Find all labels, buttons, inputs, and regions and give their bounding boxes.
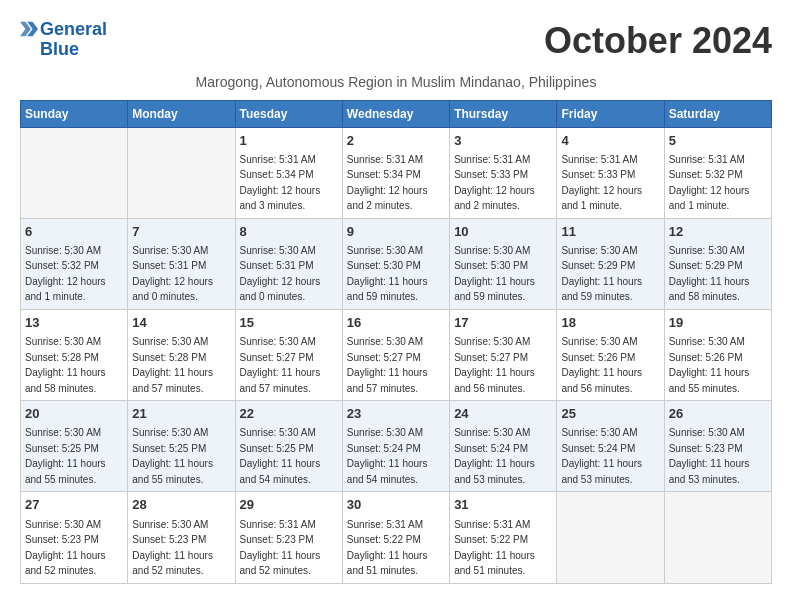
day-number: 6	[25, 223, 123, 241]
calendar-cell: 9Sunrise: 5:30 AM Sunset: 5:30 PM Daylig…	[342, 218, 449, 309]
calendar-cell: 26Sunrise: 5:30 AM Sunset: 5:23 PM Dayli…	[664, 401, 771, 492]
day-info: Sunrise: 5:31 AM Sunset: 5:34 PM Dayligh…	[347, 154, 428, 212]
logo-line2: Blue	[40, 40, 107, 60]
day-number: 10	[454, 223, 552, 241]
calendar-cell: 6Sunrise: 5:30 AM Sunset: 5:32 PM Daylig…	[21, 218, 128, 309]
week-row-2: 6Sunrise: 5:30 AM Sunset: 5:32 PM Daylig…	[21, 218, 772, 309]
day-number: 5	[669, 132, 767, 150]
day-number: 15	[240, 314, 338, 332]
day-info: Sunrise: 5:30 AM Sunset: 5:24 PM Dayligh…	[347, 427, 428, 485]
calendar-cell: 30Sunrise: 5:31 AM Sunset: 5:22 PM Dayli…	[342, 492, 449, 583]
day-info: Sunrise: 5:31 AM Sunset: 5:23 PM Dayligh…	[240, 519, 321, 577]
calendar-cell: 24Sunrise: 5:30 AM Sunset: 5:24 PM Dayli…	[450, 401, 557, 492]
day-info: Sunrise: 5:30 AM Sunset: 5:23 PM Dayligh…	[132, 519, 213, 577]
day-number: 1	[240, 132, 338, 150]
day-number: 24	[454, 405, 552, 423]
logo-line1: General	[40, 20, 107, 40]
day-number: 23	[347, 405, 445, 423]
calendar-cell	[557, 492, 664, 583]
week-row-5: 27Sunrise: 5:30 AM Sunset: 5:23 PM Dayli…	[21, 492, 772, 583]
calendar-cell	[128, 127, 235, 218]
day-info: Sunrise: 5:31 AM Sunset: 5:32 PM Dayligh…	[669, 154, 750, 212]
logo-text: General Blue	[40, 20, 107, 60]
header-tuesday: Tuesday	[235, 100, 342, 127]
header-thursday: Thursday	[450, 100, 557, 127]
day-number: 16	[347, 314, 445, 332]
calendar-cell: 4Sunrise: 5:31 AM Sunset: 5:33 PM Daylig…	[557, 127, 664, 218]
calendar-cell: 10Sunrise: 5:30 AM Sunset: 5:30 PM Dayli…	[450, 218, 557, 309]
calendar-cell: 22Sunrise: 5:30 AM Sunset: 5:25 PM Dayli…	[235, 401, 342, 492]
day-number: 14	[132, 314, 230, 332]
calendar-cell: 14Sunrise: 5:30 AM Sunset: 5:28 PM Dayli…	[128, 309, 235, 400]
day-info: Sunrise: 5:31 AM Sunset: 5:33 PM Dayligh…	[454, 154, 535, 212]
day-info: Sunrise: 5:30 AM Sunset: 5:24 PM Dayligh…	[454, 427, 535, 485]
day-info: Sunrise: 5:30 AM Sunset: 5:23 PM Dayligh…	[669, 427, 750, 485]
week-row-1: 1Sunrise: 5:31 AM Sunset: 5:34 PM Daylig…	[21, 127, 772, 218]
calendar-cell: 17Sunrise: 5:30 AM Sunset: 5:27 PM Dayli…	[450, 309, 557, 400]
week-row-3: 13Sunrise: 5:30 AM Sunset: 5:28 PM Dayli…	[21, 309, 772, 400]
header-sunday: Sunday	[21, 100, 128, 127]
day-number: 25	[561, 405, 659, 423]
day-info: Sunrise: 5:30 AM Sunset: 5:29 PM Dayligh…	[561, 245, 642, 303]
day-number: 4	[561, 132, 659, 150]
calendar-cell: 19Sunrise: 5:30 AM Sunset: 5:26 PM Dayli…	[664, 309, 771, 400]
calendar-cell: 2Sunrise: 5:31 AM Sunset: 5:34 PM Daylig…	[342, 127, 449, 218]
day-info: Sunrise: 5:30 AM Sunset: 5:27 PM Dayligh…	[240, 336, 321, 394]
calendar-cell: 25Sunrise: 5:30 AM Sunset: 5:24 PM Dayli…	[557, 401, 664, 492]
day-info: Sunrise: 5:31 AM Sunset: 5:22 PM Dayligh…	[347, 519, 428, 577]
header-row: Sunday Monday Tuesday Wednesday Thursday…	[21, 100, 772, 127]
day-number: 11	[561, 223, 659, 241]
calendar-cell: 3Sunrise: 5:31 AM Sunset: 5:33 PM Daylig…	[450, 127, 557, 218]
calendar-cell: 20Sunrise: 5:30 AM Sunset: 5:25 PM Dayli…	[21, 401, 128, 492]
header-saturday: Saturday	[664, 100, 771, 127]
day-number: 13	[25, 314, 123, 332]
day-info: Sunrise: 5:30 AM Sunset: 5:24 PM Dayligh…	[561, 427, 642, 485]
day-info: Sunrise: 5:31 AM Sunset: 5:33 PM Dayligh…	[561, 154, 642, 212]
day-number: 19	[669, 314, 767, 332]
header-wednesday: Wednesday	[342, 100, 449, 127]
day-number: 21	[132, 405, 230, 423]
day-info: Sunrise: 5:30 AM Sunset: 5:32 PM Dayligh…	[25, 245, 106, 303]
day-number: 28	[132, 496, 230, 514]
calendar-cell: 28Sunrise: 5:30 AM Sunset: 5:23 PM Dayli…	[128, 492, 235, 583]
calendar-cell	[21, 127, 128, 218]
day-number: 18	[561, 314, 659, 332]
day-info: Sunrise: 5:30 AM Sunset: 5:27 PM Dayligh…	[454, 336, 535, 394]
calendar-cell: 15Sunrise: 5:30 AM Sunset: 5:27 PM Dayli…	[235, 309, 342, 400]
day-number: 2	[347, 132, 445, 150]
day-info: Sunrise: 5:31 AM Sunset: 5:22 PM Dayligh…	[454, 519, 535, 577]
calendar-cell: 16Sunrise: 5:30 AM Sunset: 5:27 PM Dayli…	[342, 309, 449, 400]
calendar-cell: 8Sunrise: 5:30 AM Sunset: 5:31 PM Daylig…	[235, 218, 342, 309]
day-info: Sunrise: 5:30 AM Sunset: 5:26 PM Dayligh…	[561, 336, 642, 394]
day-number: 3	[454, 132, 552, 150]
calendar-cell: 12Sunrise: 5:30 AM Sunset: 5:29 PM Dayli…	[664, 218, 771, 309]
day-number: 26	[669, 405, 767, 423]
day-info: Sunrise: 5:30 AM Sunset: 5:25 PM Dayligh…	[132, 427, 213, 485]
calendar-cell: 18Sunrise: 5:30 AM Sunset: 5:26 PM Dayli…	[557, 309, 664, 400]
calendar-cell: 5Sunrise: 5:31 AM Sunset: 5:32 PM Daylig…	[664, 127, 771, 218]
day-info: Sunrise: 5:30 AM Sunset: 5:26 PM Dayligh…	[669, 336, 750, 394]
day-info: Sunrise: 5:30 AM Sunset: 5:30 PM Dayligh…	[347, 245, 428, 303]
calendar-cell: 11Sunrise: 5:30 AM Sunset: 5:29 PM Dayli…	[557, 218, 664, 309]
month-title: October 2024	[544, 20, 772, 62]
calendar-cell: 27Sunrise: 5:30 AM Sunset: 5:23 PM Dayli…	[21, 492, 128, 583]
calendar-cell: 13Sunrise: 5:30 AM Sunset: 5:28 PM Dayli…	[21, 309, 128, 400]
day-number: 7	[132, 223, 230, 241]
logo: General Blue	[20, 20, 107, 60]
day-info: Sunrise: 5:30 AM Sunset: 5:25 PM Dayligh…	[240, 427, 321, 485]
day-number: 30	[347, 496, 445, 514]
day-number: 27	[25, 496, 123, 514]
day-number: 12	[669, 223, 767, 241]
day-number: 29	[240, 496, 338, 514]
calendar-cell: 23Sunrise: 5:30 AM Sunset: 5:24 PM Dayli…	[342, 401, 449, 492]
day-info: Sunrise: 5:31 AM Sunset: 5:34 PM Dayligh…	[240, 154, 321, 212]
day-info: Sunrise: 5:30 AM Sunset: 5:28 PM Dayligh…	[132, 336, 213, 394]
day-info: Sunrise: 5:30 AM Sunset: 5:30 PM Dayligh…	[454, 245, 535, 303]
header-monday: Monday	[128, 100, 235, 127]
day-number: 20	[25, 405, 123, 423]
day-number: 22	[240, 405, 338, 423]
calendar-cell	[664, 492, 771, 583]
header-friday: Friday	[557, 100, 664, 127]
logo-icon	[20, 20, 38, 38]
day-info: Sunrise: 5:30 AM Sunset: 5:29 PM Dayligh…	[669, 245, 750, 303]
